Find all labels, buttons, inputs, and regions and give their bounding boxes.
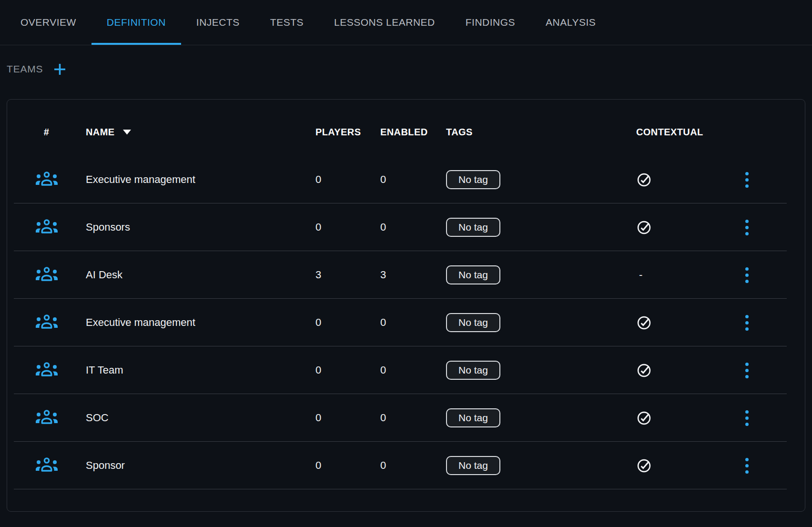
tag-chip: No tag <box>446 265 500 284</box>
tab-label: FINDINGS <box>466 17 515 28</box>
tab-label: INJECTS <box>196 17 240 28</box>
group-icon <box>35 361 58 380</box>
players-count: 0 <box>315 221 380 233</box>
column-header-contextual: CONTEXTUAL <box>636 127 747 138</box>
contextual-status: - <box>636 269 642 281</box>
table-row: Executive management 0 0 No tag <box>7 156 805 203</box>
players-count: 0 <box>315 412 380 424</box>
tab-analysis[interactable]: ANALYSIS <box>530 0 611 45</box>
players-count: 3 <box>315 269 380 281</box>
tab-label: LESSONS LEARNED <box>334 17 435 28</box>
table-row: SOC 0 0 No tag <box>7 394 805 442</box>
tag-chip: No tag <box>446 313 500 332</box>
tab-label: ANALYSIS <box>546 17 596 28</box>
tab-lessons-learned[interactable]: LESSONS LEARNED <box>319 0 450 45</box>
group-icon <box>35 218 58 237</box>
table-row: Sponsors 0 0 No tag <box>7 203 805 251</box>
tab-label: OVERVIEW <box>20 17 76 28</box>
kebab-menu-icon[interactable] <box>742 407 751 429</box>
tab-definition[interactable]: DEFINITION <box>91 0 181 45</box>
group-icon <box>35 170 58 189</box>
tab-findings[interactable]: FINDINGS <box>450 0 530 45</box>
group-icon <box>35 408 58 427</box>
tag-chip: No tag <box>446 218 500 237</box>
kebab-menu-icon[interactable] <box>742 455 751 476</box>
kebab-menu-icon[interactable] <box>742 217 751 238</box>
check-circle-icon <box>636 220 652 235</box>
teams-table: # NAME PLAYERS ENABLED TAGS CONTEXTUAL <box>7 99 805 512</box>
check-circle-icon <box>636 363 652 378</box>
tag-chip: No tag <box>446 170 500 189</box>
enabled-count: 0 <box>380 221 446 233</box>
table-row: Executive management 0 0 No tag <box>7 299 805 346</box>
tab-injects[interactable]: INJECTS <box>181 0 255 45</box>
team-name: Executive management <box>86 173 315 186</box>
table-body: Executive management 0 0 No tag <box>7 156 805 489</box>
check-circle-icon <box>636 315 652 331</box>
tab-tests[interactable]: TESTS <box>255 0 319 45</box>
column-header-name[interactable]: NAME <box>86 127 315 138</box>
enabled-count: 0 <box>380 459 446 472</box>
kebab-menu-icon[interactable] <box>742 360 751 381</box>
tab-bar: OVERVIEW DEFINITION INJECTS TESTS LESSON… <box>0 0 812 45</box>
enabled-count: 0 <box>380 173 446 186</box>
enabled-count: 3 <box>380 269 446 281</box>
team-name: SOC <box>86 412 315 424</box>
tab-overview[interactable]: OVERVIEW <box>5 0 91 45</box>
team-name: Sponsor <box>86 459 315 472</box>
players-count: 0 <box>315 173 380 186</box>
players-count: 0 <box>315 459 380 472</box>
contextual-status <box>636 410 652 426</box>
table-row: Sponsor 0 0 No tag <box>7 442 805 489</box>
column-header-tags: TAGS <box>446 127 636 138</box>
check-circle-icon <box>636 172 652 188</box>
team-name: Executive management <box>86 316 315 329</box>
players-count: 0 <box>315 316 380 329</box>
tab-label: DEFINITION <box>107 17 166 28</box>
contextual-status <box>636 458 652 474</box>
team-name: Sponsors <box>86 221 315 233</box>
kebab-menu-icon[interactable] <box>742 264 751 286</box>
kebab-menu-icon[interactable] <box>742 312 751 334</box>
section-title: TEAMS <box>7 63 43 75</box>
add-team-button[interactable] <box>53 63 66 76</box>
contextual-status <box>636 172 652 188</box>
players-count: 0 <box>315 364 380 376</box>
column-header-enabled[interactable]: ENABLED <box>380 127 446 138</box>
kebab-menu-icon[interactable] <box>742 169 751 191</box>
team-name: IT Team <box>86 364 315 376</box>
tag-chip: No tag <box>446 361 500 380</box>
contextual-dash: - <box>636 269 642 281</box>
column-header-hash: # <box>44 127 50 138</box>
contextual-status <box>636 363 652 378</box>
caret-down-icon <box>122 129 132 135</box>
table-row: AI Desk 3 3 No tag - <box>7 251 805 299</box>
group-icon <box>35 265 58 284</box>
plus-icon <box>53 63 66 76</box>
tag-chip: No tag <box>446 456 500 475</box>
table-row: IT Team 0 0 No tag <box>7 346 805 394</box>
enabled-count: 0 <box>380 412 446 424</box>
teams-section-header: TEAMS <box>0 45 812 79</box>
team-name: AI Desk <box>86 269 315 281</box>
column-header-players[interactable]: PLAYERS <box>315 127 380 138</box>
group-icon <box>35 313 58 332</box>
check-circle-icon <box>636 410 652 426</box>
tag-chip: No tag <box>446 408 500 427</box>
table-header-row: # NAME PLAYERS ENABLED TAGS CONTEXTUAL <box>7 108 805 156</box>
enabled-count: 0 <box>380 364 446 376</box>
check-circle-icon <box>636 458 652 474</box>
enabled-count: 0 <box>380 316 446 329</box>
contextual-status <box>636 220 652 235</box>
contextual-status <box>636 315 652 331</box>
group-icon <box>35 456 58 475</box>
tab-label: TESTS <box>270 17 304 28</box>
